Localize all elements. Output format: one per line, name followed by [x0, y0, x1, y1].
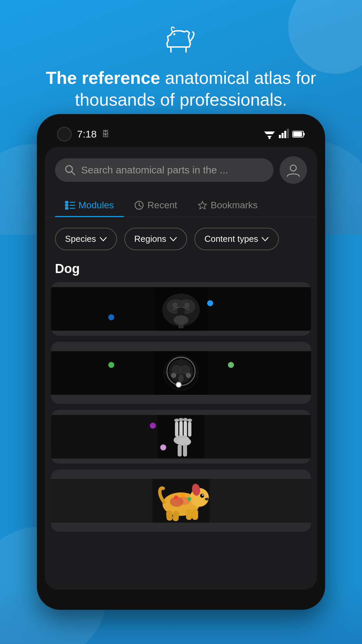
svg-point-26	[174, 315, 188, 325]
section-title: Dog	[45, 258, 317, 282]
status-time: 7:18	[77, 128, 97, 140]
svg-point-28	[184, 303, 190, 308]
svg-point-68	[181, 493, 185, 497]
chevron-down-icon	[261, 237, 269, 241]
chevron-down-icon	[170, 237, 177, 241]
battery-icon	[292, 130, 305, 139]
svg-point-0	[173, 33, 175, 35]
svg-rect-59	[186, 509, 192, 520]
svg-point-64	[205, 498, 209, 500]
status-right	[263, 129, 305, 139]
svg-rect-58	[172, 511, 179, 521]
svg-rect-45	[188, 422, 191, 437]
signal-icon	[279, 130, 289, 138]
search-bar-row: Search anatomical parts in the ...	[45, 147, 317, 191]
profile-button[interactable]	[280, 156, 307, 184]
svg-point-29	[177, 307, 185, 315]
tab-bookmarks[interactable]: Bookmarks	[187, 194, 268, 217]
item-thumbnail-osteology	[51, 415, 311, 459]
tab-modules-label: Modules	[78, 200, 114, 211]
svg-point-10	[290, 165, 296, 171]
svg-rect-11	[65, 201, 68, 204]
status-bar: 7:18 🗄	[45, 123, 317, 147]
item-thumbnail-brain	[51, 287, 311, 331]
svg-rect-12	[65, 204, 68, 207]
svg-point-69	[187, 497, 191, 501]
app-content: Search anatomical parts in the ...	[45, 147, 317, 590]
chevron-down-icon	[100, 237, 107, 241]
wifi-icon	[263, 129, 276, 139]
star-icon	[197, 200, 207, 210]
svg-point-62	[200, 494, 204, 498]
svg-rect-7	[293, 132, 302, 137]
svg-rect-48	[178, 444, 182, 457]
dog-icon	[161, 23, 201, 57]
filter-content-types[interactable]: Content types	[194, 228, 279, 250]
svg-marker-20	[198, 201, 206, 209]
filter-species-label: Species	[65, 234, 96, 244]
search-input-wrapper[interactable]: Search anatomical parts in the ...	[55, 158, 274, 182]
list-item[interactable]: Dog - General anatomy Illustrations	[51, 470, 311, 532]
tab-recent-label: Recent	[147, 200, 177, 211]
list-icon	[65, 201, 75, 210]
tab-recent[interactable]: Recent	[124, 194, 187, 217]
svg-point-52	[183, 418, 188, 421]
svg-rect-44	[184, 421, 187, 438]
hero-section: The reference anatomical atlas for thous…	[0, 0, 362, 111]
clock-icon	[134, 200, 144, 210]
svg-rect-60	[192, 509, 198, 520]
svg-point-63	[202, 494, 203, 496]
svg-point-35	[180, 366, 190, 374]
filter-species[interactable]: Species	[55, 228, 117, 250]
filter-regions[interactable]: Regions	[124, 228, 187, 250]
svg-rect-42	[175, 422, 178, 437]
svg-point-51	[179, 418, 183, 421]
svg-rect-6	[303, 133, 305, 136]
item-thumbnail-general	[51, 479, 311, 523]
svg-point-67	[174, 495, 178, 499]
phone-mockup: 7:18 🗄	[37, 114, 325, 610]
svg-rect-13	[65, 207, 68, 210]
db-icon: 🗄	[102, 130, 109, 139]
svg-line-9	[71, 171, 75, 175]
search-placeholder: Search anatomical parts in the ...	[81, 164, 228, 176]
svg-rect-57	[166, 510, 173, 521]
search-icon	[64, 164, 76, 176]
filter-content-types-label: Content types	[204, 234, 258, 244]
tab-modules[interactable]: Modules	[55, 194, 124, 217]
list-item[interactable]: Dog - Brain MRI	[51, 282, 311, 336]
filter-regions-label: Regions	[134, 234, 166, 244]
svg-point-38	[186, 373, 191, 378]
svg-point-50	[174, 419, 179, 422]
svg-point-27	[172, 303, 178, 308]
svg-point-53	[187, 419, 192, 422]
phone-frame: 7:18 🗄	[37, 114, 325, 610]
svg-rect-49	[183, 444, 187, 457]
list-item[interactable]: Dog - Osteology Radiographs	[51, 410, 311, 464]
camera-lens	[57, 127, 72, 142]
tabs-row: Modules Recent Bookmarks	[45, 191, 317, 217]
item-thumbnail-head	[51, 351, 311, 395]
filter-row: Species Regions Content types	[45, 217, 317, 258]
svg-point-37	[171, 373, 176, 378]
svg-line-19	[139, 205, 141, 207]
svg-rect-43	[179, 421, 183, 438]
tab-bookmarks-label: Bookmarks	[211, 200, 258, 211]
hero-tagline: The reference anatomical atlas for thous…	[0, 67, 362, 111]
profile-icon	[286, 162, 301, 178]
list-item[interactable]: Dog - Head CT	[51, 342, 311, 404]
status-left: 7:18 🗄	[57, 127, 109, 142]
